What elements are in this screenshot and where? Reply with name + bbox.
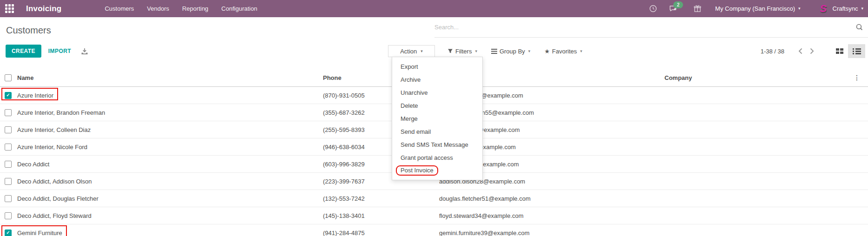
column-header-company[interactable]: Company: [664, 74, 853, 81]
gift-icon[interactable]: [694, 5, 701, 13]
favorites-label: Favorites: [552, 48, 577, 55]
action-menu-item[interactable]: Unarchive: [392, 86, 482, 99]
row-checkbox[interactable]: [5, 126, 12, 133]
column-options-icon[interactable]: ⋮: [853, 74, 868, 81]
action-menu-item[interactable]: Send SMS Text Message: [392, 138, 482, 151]
table-row[interactable]: Gemini Furniture(941)-284-4875gemini.fur…: [0, 224, 868, 236]
pager: 1-38 / 38: [761, 44, 865, 58]
export-download-icon[interactable]: [81, 48, 88, 55]
content-area: Customers CREATE IMPORT Action ▾ Filters…: [0, 17, 868, 236]
action-menu-item-label: Grant portal access: [401, 154, 453, 161]
customer-email: gemini.furniture39@example.com: [439, 229, 664, 236]
star-icon: ★: [544, 48, 550, 55]
search-bar: [434, 17, 868, 38]
action-button[interactable]: Action ▾: [388, 45, 435, 57]
kanban-view-button[interactable]: [831, 44, 848, 58]
row-checkbox[interactable]: [5, 195, 12, 202]
topbar: Invoicing CustomersVendorsReportingConfi…: [0, 0, 868, 17]
action-button-label: Action: [400, 48, 417, 55]
page-title: Customers: [6, 25, 51, 36]
kanban-grid-icon: [836, 48, 843, 54]
customer-name: Deco Addict, Addison Olson: [17, 178, 92, 185]
customer-phone: (145)-138-3401: [323, 212, 439, 219]
list-view-button[interactable]: [848, 44, 865, 58]
column-header-name[interactable]: Name: [17, 74, 323, 81]
pager-previous-icon[interactable]: [795, 46, 806, 56]
topbar-nav-configuration[interactable]: Configuration: [221, 5, 257, 12]
action-menu-item[interactable]: Grant portal access: [392, 151, 482, 164]
activity-clock-icon[interactable]: [649, 5, 657, 13]
list-buttons: CREATE IMPORT: [6, 45, 88, 58]
filter-bar: Filters ▾ Group By ▾ ★ Favorites ▾: [447, 45, 582, 57]
topbar-right: 2 My Company (San Francisco) ▾ S Craftsy…: [649, 3, 868, 15]
customer-phone: (941)-284-4875: [323, 229, 439, 236]
customer-email: douglas.fletcher51@example.com: [439, 195, 664, 202]
customer-name: Azure Interior, Nicole Ford: [17, 144, 87, 151]
row-checkbox[interactable]: [5, 92, 12, 99]
table-row[interactable]: Deco Addict, Floyd Steward(145)-138-3401…: [0, 207, 868, 224]
select-all-checkbox[interactable]: [5, 74, 12, 81]
row-checkbox[interactable]: [5, 229, 12, 236]
favorites-button[interactable]: ★ Favorites ▾: [544, 48, 582, 55]
table-row[interactable]: Deco Addict, Douglas Fletcher(132)-553-7…: [0, 190, 868, 207]
customer-email: floyd.steward34@example.com: [439, 212, 664, 219]
topbar-nav: CustomersVendorsReportingConfiguration: [105, 5, 257, 12]
view-switcher: [831, 44, 865, 58]
chevron-down-icon: ▾: [580, 49, 583, 53]
create-button[interactable]: CREATE: [6, 45, 41, 58]
action-menu: ExportArchiveUnarchiveDeleteMergeSend em…: [392, 57, 483, 180]
action-menu-item[interactable]: Send email: [392, 125, 482, 138]
action-menu-item-label: Archive: [401, 76, 421, 83]
group-by-label: Group By: [500, 48, 525, 55]
filters-label: Filters: [455, 48, 472, 55]
search-icon[interactable]: [855, 23, 863, 31]
action-menu-item[interactable]: Post Invoice: [392, 164, 482, 177]
action-menu-item-label: Send SMS Text Message: [401, 141, 468, 148]
user-menu[interactable]: S Craftsync ▾: [817, 3, 863, 15]
filters-button[interactable]: Filters ▾: [447, 48, 477, 55]
funnel-icon: [447, 48, 453, 54]
topbar-nav-reporting[interactable]: Reporting: [182, 5, 208, 12]
customer-name: Deco Addict, Floyd Steward: [17, 212, 92, 219]
topbar-nav-vendors[interactable]: Vendors: [147, 5, 169, 12]
customer-name: Deco Addict: [17, 161, 49, 168]
customer-name: Gemini Furniture: [17, 229, 62, 236]
user-avatar: S: [817, 3, 829, 15]
row-checkbox[interactable]: [5, 161, 12, 168]
group-by-button[interactable]: Group By ▾: [491, 48, 530, 55]
action-menu-item[interactable]: Archive: [392, 73, 482, 86]
action-menu-item-label: Unarchive: [401, 89, 428, 96]
action-menu-item-label: Send email: [401, 128, 431, 135]
group-by-icon: [491, 49, 497, 54]
customer-name: Azure Interior, Colleen Diaz: [17, 126, 91, 133]
chevron-down-icon: ▾: [528, 49, 531, 53]
annotation-ring: Post Invoice: [396, 165, 438, 176]
customer-name: Azure Interior, Brandon Freeman: [17, 109, 105, 116]
pager-next-icon[interactable]: [806, 46, 818, 56]
customer-phone: (132)-553-7242: [323, 195, 439, 202]
apps-grid-icon[interactable]: [0, 0, 19, 17]
list-view-icon: [853, 48, 861, 54]
action-menu-item[interactable]: Export: [392, 60, 482, 73]
action-menu-item-label: Export: [401, 63, 418, 70]
user-name: Craftsync: [833, 5, 858, 12]
row-checkbox[interactable]: [5, 212, 12, 219]
chevron-down-icon: ▾: [475, 49, 477, 53]
action-menu-item[interactable]: Merge: [392, 112, 482, 125]
row-checkbox[interactable]: [5, 109, 12, 116]
company-switcher-label: My Company (San Francisco): [715, 5, 795, 12]
row-checkbox[interactable]: [5, 144, 12, 151]
action-menu-item-label: Merge: [401, 115, 418, 122]
customer-name: Deco Addict, Douglas Fletcher: [17, 195, 99, 202]
chevron-down-icon: ▾: [798, 7, 801, 11]
action-menu-item[interactable]: Delete: [392, 99, 482, 112]
row-checkbox[interactable]: [5, 178, 12, 185]
company-switcher[interactable]: My Company (San Francisco) ▾: [715, 5, 800, 12]
topbar-nav-customers[interactable]: Customers: [105, 5, 134, 12]
import-button[interactable]: IMPORT: [48, 48, 71, 54]
message-count-badge: 2: [673, 1, 683, 8]
search-input[interactable]: [434, 24, 852, 31]
messages-icon[interactable]: 2: [669, 5, 678, 13]
pager-range: 1-38 / 38: [761, 48, 784, 55]
app-title[interactable]: Invoicing: [26, 4, 61, 13]
